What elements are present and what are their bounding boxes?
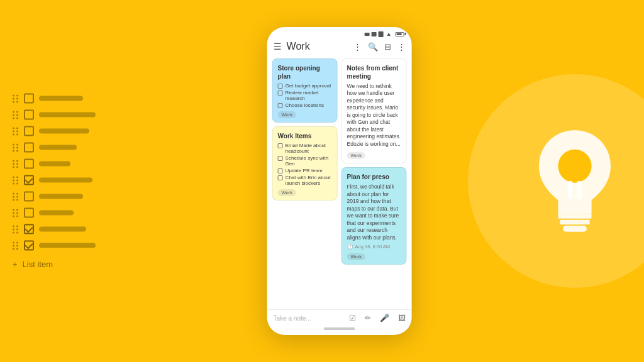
notes-column-right: Notes from client meeting We need to ret…: [341, 58, 407, 307]
list-bar: [39, 162, 70, 167]
background-circle: [468, 74, 644, 288]
list-bar: [39, 129, 89, 134]
note-body: First, we should talk about our plan for…: [347, 184, 401, 241]
header-actions: ⋮ 🔍 ⊟ ⋮: [353, 42, 406, 52]
note-date: 🕐 Aug 16, 6:00 AM: [347, 244, 401, 250]
list-bar: [39, 178, 92, 183]
layout-icon[interactable]: ⊟: [384, 42, 391, 52]
drag-handle[interactable]: [13, 143, 19, 151]
list-item-row: [13, 110, 96, 120]
note-tag[interactable]: Work: [347, 253, 365, 260]
checkbox[interactable]: [278, 103, 283, 108]
list-checkbox[interactable]: [24, 126, 34, 136]
status-bar: ▲: [267, 27, 412, 38]
plus-icon: +: [13, 260, 18, 268]
overflow-icon[interactable]: ⋮: [397, 42, 406, 52]
note-title: Store opening plan: [278, 64, 332, 80]
note-work-items[interactable]: Work Items Email Marie about headcount S…: [272, 126, 338, 200]
note-tag[interactable]: Work: [278, 189, 296, 196]
image-icon[interactable]: 🖼: [398, 314, 406, 322]
header-title: Work: [287, 41, 348, 52]
phone-mockup: ▲ ☰ Work ⋮ 🔍 ⊟ ⋮ Store opening plan Get …: [267, 27, 412, 335]
drag-handle[interactable]: [13, 160, 19, 168]
search-icon[interactable]: 🔍: [368, 42, 378, 52]
checkbox[interactable]: [278, 84, 283, 89]
drag-handle[interactable]: [13, 94, 19, 102]
list-item-row: [13, 143, 96, 153]
wifi-icon: ▲: [386, 31, 392, 37]
note-item-3: Update PR team: [278, 168, 332, 173]
list-item-row: [13, 175, 96, 185]
list-bar: [39, 112, 96, 118]
list-checkbox[interactable]: [24, 143, 34, 153]
list-checkbox[interactable]: [24, 94, 34, 104]
list-item-row: [13, 126, 96, 136]
list-item-row: [13, 94, 96, 104]
drag-handle[interactable]: [13, 209, 19, 217]
checkbox[interactable]: [278, 156, 283, 161]
note-body: We need to rethink how we handle user ex…: [347, 83, 401, 148]
hamburger-icon[interactable]: ☰: [274, 41, 282, 52]
svg-rect-2: [563, 226, 587, 232]
checklist-icon[interactable]: ☑: [349, 314, 356, 322]
drag-handle[interactable]: [13, 111, 19, 119]
battery-icon: [396, 32, 404, 36]
date-text: Aug 16, 6:00 AM: [355, 244, 390, 250]
checkbox[interactable]: [278, 143, 283, 148]
mic-icon[interactable]: 🎤: [380, 314, 389, 322]
note-tag[interactable]: Work: [347, 152, 365, 159]
app-header: ☰ Work ⋮ 🔍 ⊟ ⋮: [267, 38, 412, 56]
list-checkbox[interactable]: [24, 175, 34, 185]
note-title: Plan for preso: [347, 173, 401, 181]
more-options-icon[interactable]: ⋮: [353, 42, 362, 52]
list-checkbox[interactable]: [24, 110, 34, 120]
drag-handle[interactable]: [13, 192, 19, 200]
note-item-2: Review market research: [278, 90, 332, 101]
note-title: Work Items: [278, 132, 332, 140]
note-item-1: Email Marie about headcount: [278, 143, 332, 154]
drag-handle[interactable]: [13, 225, 19, 233]
bottom-bar: Take a note... ☑ ✏ 🎤 🖼: [267, 309, 412, 335]
add-list-item-row[interactable]: + List item: [13, 260, 96, 269]
checkbox[interactable]: [278, 175, 283, 180]
lightbulb-icon: [525, 121, 625, 241]
list-item-row: [13, 208, 96, 218]
note-item-3: Choose locations: [278, 102, 332, 108]
pen-icon[interactable]: ✏: [365, 314, 371, 322]
drag-handle[interactable]: [13, 176, 19, 184]
note-tag[interactable]: Work: [278, 111, 296, 118]
list-item-row: [13, 241, 96, 251]
list-checkbox[interactable]: [24, 192, 34, 202]
note-client-meeting[interactable]: Notes from client meeting We need to ret…: [341, 58, 407, 163]
list-checkbox[interactable]: [24, 224, 34, 234]
note-plan-preso[interactable]: Plan for preso First, we should talk abo…: [341, 167, 407, 265]
list-bar: [39, 211, 74, 216]
list-checkbox[interactable]: [24, 241, 34, 251]
battery-fill: [397, 33, 402, 35]
home-bar: [324, 327, 355, 330]
svg-rect-0: [558, 214, 591, 219]
signal-bars: [365, 31, 384, 37]
left-decorative-list: + List item: [13, 94, 96, 269]
take-note-placeholder[interactable]: Take a note...: [274, 315, 311, 322]
note-store-opening[interactable]: Store opening plan Get budget approval R…: [272, 58, 338, 123]
take-note-row: Take a note... ☑ ✏ 🎤 🖼: [274, 314, 406, 322]
bar3: [379, 31, 384, 37]
checkbox[interactable]: [278, 168, 283, 173]
add-item-label: List item: [23, 260, 53, 269]
list-bar: [39, 96, 83, 101]
bar2: [372, 32, 377, 36]
drag-handle[interactable]: [13, 241, 19, 250]
list-checkbox[interactable]: [24, 208, 34, 218]
svg-rect-5: [577, 181, 582, 199]
list-checkbox[interactable]: [24, 159, 34, 169]
checkbox[interactable]: [278, 90, 283, 96]
list-item-row: [13, 192, 96, 202]
notes-column-left: Store opening plan Get budget approval R…: [272, 58, 338, 307]
bar1: [365, 33, 370, 36]
bottom-action-icons: ☑ ✏ 🎤 🖼: [349, 314, 406, 322]
svg-point-3: [558, 150, 591, 183]
drag-handle[interactable]: [13, 127, 19, 135]
list-bar: [39, 227, 86, 232]
list-bar: [39, 194, 83, 199]
